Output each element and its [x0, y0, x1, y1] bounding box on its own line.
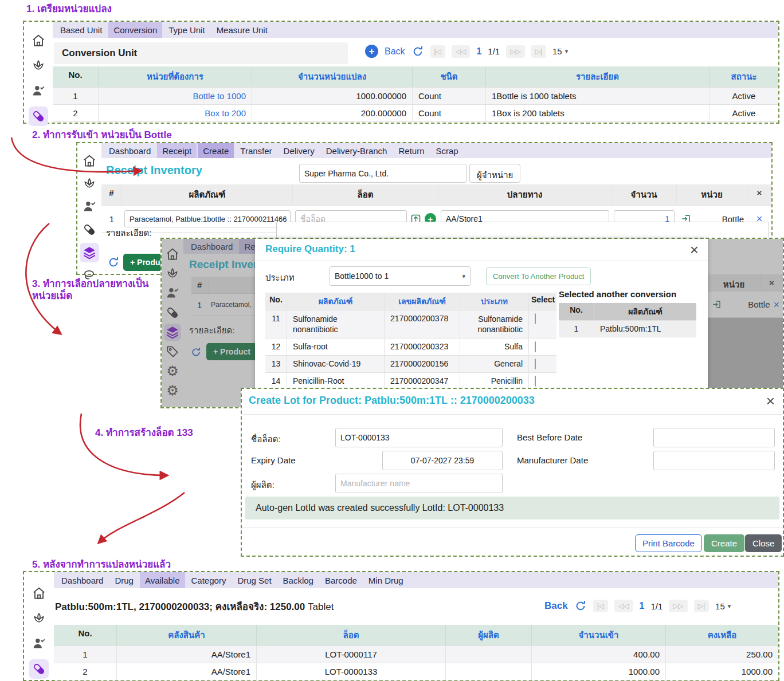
tab-category[interactable]: Category — [186, 572, 232, 588]
user-check-icon[interactable] — [29, 81, 48, 101]
page-of: 1/1 — [488, 46, 500, 56]
step3-line1: 3. ทำการเลือกปลายทางเป็น — [32, 278, 170, 290]
close-button[interactable]: Close — [745, 534, 782, 552]
cell-lot: LOT-0000117 — [257, 646, 446, 663]
tab-barcode[interactable]: Barcode — [320, 572, 362, 588]
remove-column-icon[interactable]: × — [747, 184, 771, 205]
page-next-icon[interactable]: ▷▷ — [506, 45, 524, 58]
tab-dashboard[interactable]: Dashboard — [56, 572, 108, 588]
cell-target-unit-link[interactable]: Bottle to 1000 — [99, 88, 252, 104]
pill-icon[interactable] — [80, 220, 99, 239]
tab-receipt[interactable]: Receipt — [157, 143, 197, 158]
manufacturer-input[interactable] — [335, 474, 503, 493]
expiry-input[interactable] — [382, 451, 503, 470]
pager: + Back |◁ ◁◁ 1 1/1 ▷▷ ▷| 15 ▾ — [365, 45, 568, 58]
cell-no: 12 — [265, 338, 287, 355]
convert-to-another-product-button[interactable]: Convert To Another Product — [486, 267, 591, 285]
best-before-input[interactable] — [653, 428, 775, 447]
tab-backlog[interactable]: Backlog — [278, 572, 319, 588]
cell-product: Patblu:500m:1TL — [594, 321, 696, 337]
tab-min-drug[interactable]: Min Drug — [363, 572, 409, 588]
col-hash: # — [101, 184, 122, 205]
cell-qty-in: 1000.00 — [532, 663, 666, 680]
type-label: ประเภท — [265, 271, 295, 285]
tab-drug-set[interactable]: Drug Set — [232, 572, 276, 588]
tab-transfer[interactable]: Transfer — [235, 143, 277, 158]
tab-dashboard[interactable]: Dashboard — [104, 143, 156, 158]
layers-icon[interactable] — [80, 243, 99, 262]
print-barcode-button[interactable]: Print Barcode — [635, 534, 702, 552]
cell-conversion-qty: 200.000000 — [252, 105, 413, 121]
refresh-icon[interactable] — [411, 45, 424, 58]
back-button[interactable]: Back — [544, 600, 568, 612]
page-last-icon[interactable]: ▷| — [531, 45, 546, 58]
page-last-icon[interactable]: ▷| — [694, 600, 709, 612]
pill-icon[interactable] — [29, 659, 49, 679]
tab-delivery-branch[interactable]: Delivery-Branch — [321, 143, 393, 158]
supplier-input[interactable] — [299, 164, 467, 183]
table-header-row: No. คลังสินค้า ล็อต ผู้ผลิต จำนวนเข้า คง… — [54, 625, 778, 646]
cell-no: 2 — [54, 663, 117, 680]
step5-label: 5. หลังจากทำการแปลงหน่วยแล้ว — [32, 558, 171, 570]
tab-based-unit[interactable]: Based Unit — [55, 22, 107, 38]
page-prev-icon[interactable]: ◁◁ — [614, 600, 633, 612]
create-button[interactable]: Create — [704, 534, 744, 552]
step1-label: 1. เตรียมหน่วยแปลง — [26, 3, 112, 15]
tab-drug[interactable]: Drug — [109, 572, 139, 588]
step3-label: 3. ทำการเลือกปลายทางเป็น หน่วยเม็ด — [32, 278, 170, 302]
current-page: 1 — [476, 46, 481, 57]
product-input[interactable]: Paracetamol, Patblue:1bottle :: 21700002… — [124, 210, 291, 227]
select-checkbox[interactable] — [529, 338, 556, 355]
tab-create[interactable]: Create — [198, 143, 234, 158]
page-prev-icon[interactable]: ◁◁ — [452, 45, 470, 58]
tab-delivery[interactable]: Delivery — [279, 143, 320, 158]
pill-icon[interactable] — [29, 107, 48, 126]
user-check-icon[interactable] — [80, 197, 99, 216]
col-select: Select — [529, 293, 556, 310]
tab-scrap[interactable]: Scrap — [431, 143, 464, 158]
tab-conversion[interactable]: Conversion — [108, 22, 162, 38]
detail-input[interactable] — [276, 222, 769, 239]
lotus-icon[interactable] — [80, 174, 99, 194]
select-checkbox[interactable] — [529, 356, 556, 372]
home-icon[interactable] — [29, 31, 48, 50]
conversion-unit-panel: Based Unit Conversion Type Unit Measure … — [23, 21, 779, 124]
best-before-label: Best Before Date — [517, 432, 582, 442]
select-checkbox[interactable] — [529, 310, 556, 338]
page-size-select[interactable]: 15 ▾ — [552, 46, 568, 56]
lotus-icon[interactable] — [29, 56, 48, 76]
cell-type: Count — [413, 105, 486, 121]
user-check-icon[interactable] — [29, 634, 49, 654]
tab-measure-unit[interactable]: Measure Unit — [211, 22, 273, 38]
cell-code: 2170000200156 — [385, 356, 460, 372]
back-button[interactable]: Back — [385, 46, 405, 57]
cell-target-unit-link[interactable]: Box to 200 — [99, 105, 252, 121]
tab-type-unit[interactable]: Type Unit — [163, 22, 210, 38]
sidebar — [77, 143, 101, 274]
page-first-icon[interactable]: |◁ — [593, 600, 608, 612]
close-icon[interactable]: × — [766, 393, 775, 408]
tab-available[interactable]: Available — [140, 572, 185, 588]
page-first-icon[interactable]: |◁ — [430, 45, 445, 58]
col-product-code: เลขผลิตภัณฑ์ — [385, 293, 460, 310]
supplier-button[interactable]: ผู้จำหน่าย — [469, 164, 520, 183]
page-next-icon[interactable]: ▷▷ — [669, 600, 687, 612]
home-icon[interactable] — [80, 151, 99, 171]
tab-return[interactable]: Return — [393, 143, 429, 158]
refresh-icon[interactable] — [574, 600, 587, 612]
add-icon[interactable]: + — [365, 45, 378, 58]
cell-status: Active — [709, 105, 778, 121]
chevron-down-icon: ▾ — [565, 48, 569, 55]
lotus-icon[interactable] — [29, 609, 49, 628]
conversion-type-select[interactable]: Bottle1000 to 1 ▾ — [330, 266, 471, 286]
close-icon[interactable]: × — [690, 242, 699, 257]
refresh-icon[interactable] — [107, 256, 120, 269]
arrow-step4b — [99, 493, 185, 543]
manufacturer-date-input[interactable] — [653, 451, 775, 470]
cell-qty-in: 400.00 — [532, 646, 666, 663]
manufacturer-date-label: Manufacturer Date — [517, 455, 588, 465]
lot-name-input[interactable] — [335, 428, 503, 447]
page-size-select[interactable]: 15 ▾ — [715, 601, 731, 611]
drug-title: Patblu:500m:1TL, 2170000200033; คงเหลือจ… — [55, 599, 334, 614]
home-icon[interactable] — [29, 584, 49, 603]
